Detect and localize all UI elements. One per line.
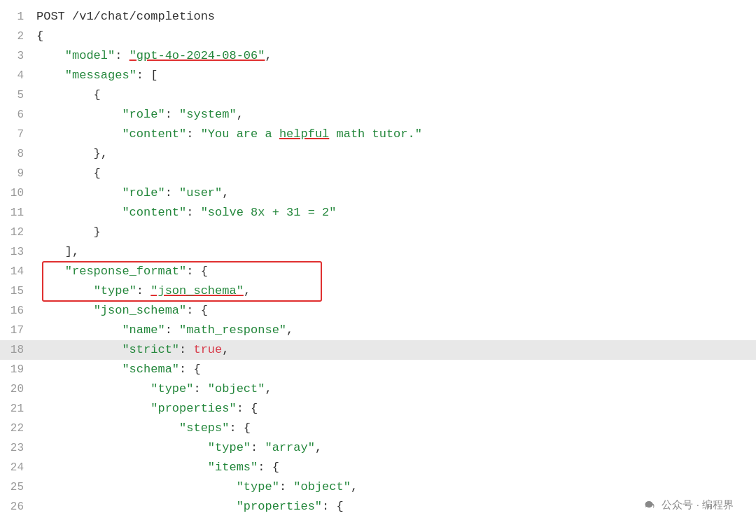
line-content-1: POST /v1/chat/completions: [36, 7, 756, 27]
line-number-5: 5: [0, 85, 36, 105]
line-content-18: "strict": true,: [36, 340, 756, 360]
line-number-3: 3: [0, 46, 36, 66]
line-content-22: "steps": {: [36, 419, 756, 438]
line-number-23: 23: [0, 438, 36, 458]
watermark: 公众号 · 编程界: [642, 497, 734, 512]
code-line-15: 15 "type": "json_schema",: [0, 281, 756, 301]
line-number-25: 25: [0, 477, 36, 497]
code-line-16: 16 "json_schema": {: [0, 301, 756, 321]
wechat-icon: [642, 497, 657, 512]
line-content-14: "response_format": {: [36, 262, 756, 281]
line-content-7: "content": "You are a helpful math tutor…: [36, 125, 756, 144]
line-number-24: 24: [0, 458, 36, 477]
code-line-13: 13 ],: [0, 242, 756, 262]
code-line-11: 11 "content": "solve 8x + 31 = 2": [0, 203, 756, 223]
line-number-15: 15: [0, 281, 36, 301]
line-number-17: 17: [0, 321, 36, 340]
line-number-12: 12: [0, 223, 36, 242]
line-number-16: 16: [0, 301, 36, 321]
line-number-8: 8: [0, 144, 36, 164]
line-content-8: },: [36, 144, 756, 164]
line-number-7: 7: [0, 125, 36, 144]
line-content-4: "messages": [: [36, 66, 756, 85]
line-number-2: 2: [0, 27, 36, 46]
line-number-21: 21: [0, 399, 36, 419]
line-content-20: "type": "object",: [36, 379, 756, 399]
code-line-7: 7 "content": "You are a helpful math tut…: [0, 125, 756, 144]
line-number-11: 11: [0, 203, 36, 223]
line-content-9: {: [36, 164, 756, 183]
code-line-1: 1POST /v1/chat/completions: [0, 7, 756, 27]
line-content-11: "content": "solve 8x + 31 = 2": [36, 203, 756, 223]
line-content-15: "type": "json_schema",: [36, 281, 756, 301]
line-content-17: "name": "math_response",: [36, 321, 756, 340]
code-line-5: 5 {: [0, 85, 756, 105]
line-number-14: 14: [0, 262, 36, 281]
watermark-text: 公众号 · 编程界: [662, 498, 734, 512]
code-line-6: 6 "role": "system",: [0, 105, 756, 125]
line-number-6: 6: [0, 105, 36, 125]
line-number-10: 10: [0, 183, 36, 203]
line-number-26: 26: [0, 497, 36, 517]
code-line-8: 8 },: [0, 144, 756, 164]
line-content-3: "model": "gpt-4o-2024-08-06",: [36, 46, 756, 66]
line-content-25: "type": "object",: [36, 477, 756, 497]
code-line-17: 17 "name": "math_response",: [0, 321, 756, 340]
code-line-9: 9 {: [0, 164, 756, 183]
line-content-16: "json_schema": {: [36, 301, 756, 321]
code-line-18: 18 "strict": true,: [0, 340, 756, 360]
code-line-25: 25 "type": "object",: [0, 477, 756, 497]
line-content-12: }: [36, 223, 756, 242]
line-content-10: "role": "user",: [36, 183, 756, 203]
line-number-4: 4: [0, 66, 36, 85]
line-content-13: ],: [36, 242, 756, 262]
line-content-19: "schema": {: [36, 360, 756, 379]
line-content-23: "type": "array",: [36, 438, 756, 458]
line-content-21: "properties": {: [36, 399, 756, 419]
code-line-23: 23 "type": "array",: [0, 438, 756, 458]
code-line-24: 24 "items": {: [0, 458, 756, 477]
line-content-5: {: [36, 85, 756, 105]
code-line-21: 21 "properties": {: [0, 399, 756, 419]
code-line-14: 14 "response_format": {: [0, 262, 756, 281]
code-line-2: 2{: [0, 27, 756, 46]
line-number-22: 22: [0, 419, 36, 438]
code-line-10: 10 "role": "user",: [0, 183, 756, 203]
line-content-2: {: [36, 27, 756, 46]
code-container: 1POST /v1/chat/completions2{3 "model": "…: [0, 0, 756, 532]
code-line-12: 12 }: [0, 223, 756, 242]
line-number-9: 9: [0, 164, 36, 183]
line-content-6: "role": "system",: [36, 105, 756, 125]
code-line-4: 4 "messages": [: [0, 66, 756, 85]
line-number-19: 19: [0, 360, 36, 379]
code-line-3: 3 "model": "gpt-4o-2024-08-06",: [0, 46, 756, 66]
code-line-22: 22 "steps": {: [0, 419, 756, 438]
code-line-19: 19 "schema": {: [0, 360, 756, 379]
code-line-20: 20 "type": "object",: [0, 379, 756, 399]
line-content-24: "items": {: [36, 458, 756, 477]
line-number-18: 18: [0, 340, 36, 360]
line-number-1: 1: [0, 7, 36, 27]
line-number-20: 20: [0, 379, 36, 399]
line-number-13: 13: [0, 242, 36, 262]
